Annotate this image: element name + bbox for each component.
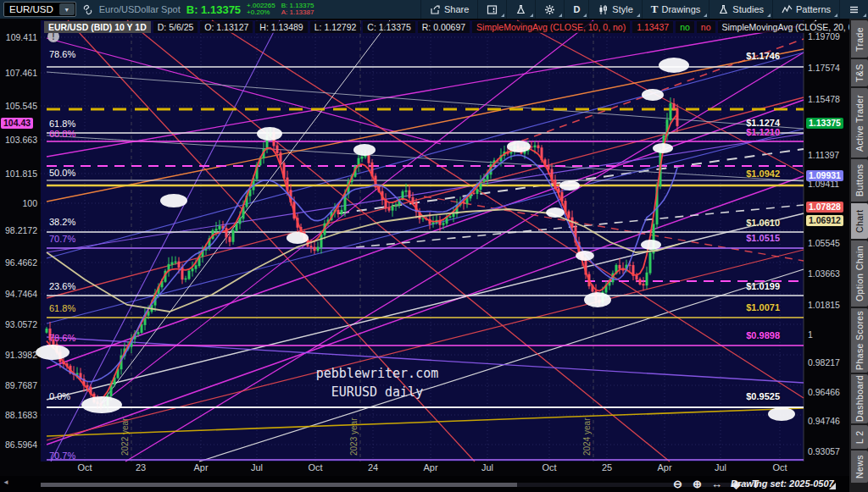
time-axis-label: Oct (772, 462, 787, 473)
price-level-label: $0.9898 (746, 330, 780, 340)
last-price-bubble-left: 104.43 (1, 118, 33, 129)
scroll-left-arrow-icon[interactable]: ◄ (3, 478, 9, 486)
patterns-label: Patterns (796, 4, 831, 14)
sma10-label: SimpleMovingAvg (CLOSE, 10, 0, no) (472, 21, 630, 33)
right-axis-label: 1.05545 (808, 238, 840, 248)
right-axis-label: 1 (808, 329, 813, 340)
sidebar-tab-dashboard[interactable]: Dashboard (851, 374, 868, 423)
candle-style-icon (598, 4, 609, 15)
studies-button[interactable]: Studies (709, 0, 772, 19)
timeframe-label: D (573, 4, 580, 14)
svg-text:2022 year: 2022 year (120, 417, 130, 456)
quick-study-button[interactable] (506, 0, 535, 19)
fib-level-label: 61.8% (49, 303, 75, 313)
right-axis-label: 1.11397 (808, 150, 839, 160)
fib-level-label: 78.6% (49, 49, 75, 59)
left-axis-label: 105.545 (0, 101, 37, 111)
left-axis-label: 94.7464 (0, 289, 37, 299)
patterns-button[interactable]: Patterns (772, 0, 839, 19)
right-axis-label: 0.94746 (808, 416, 840, 426)
top-toolbar: EUR/USD ▼ Euro/USDollar Spot B: 1.13375 … (0, 0, 868, 20)
time-axis-label: Apr (193, 462, 208, 473)
time-axis-label: Oct (542, 462, 556, 473)
price-bubble: 1.06912 (806, 215, 843, 226)
toolbar-menu-button[interactable] (839, 0, 868, 19)
gear-icon (544, 4, 555, 15)
price-level-label: $1.0071 (746, 302, 780, 312)
pan-horizontal-icon[interactable]: ↔ (710, 477, 723, 491)
drawings-button[interactable]: T Drawings (642, 0, 709, 19)
sidebar-tab-active-trader[interactable]: Active Trader (851, 88, 868, 158)
left-axis-label: 107.461 (0, 68, 37, 78)
left-axis-label: 91.3982 (0, 350, 37, 360)
right-axis-label: 0.98217 (808, 357, 840, 368)
timeframe-button[interactable]: D (564, 0, 588, 19)
chart-title: EUR/USD (BID) 10 Y 1D (44, 21, 151, 33)
ohlc-high: H: 1.13489 (255, 21, 307, 33)
left-axis-label: 103.663 (0, 135, 37, 145)
price-change-pct: +0.20% (247, 9, 275, 16)
hamburger-menu-icon (849, 4, 860, 15)
sidebar-tab-t-s[interactable]: T&S (851, 59, 868, 86)
time-axis-label: 23 (136, 462, 146, 473)
time-axis-label: 25 (602, 462, 612, 473)
patterns-icon (782, 4, 793, 15)
events-button[interactable] (477, 0, 506, 19)
time-axis-label: 24 (368, 462, 378, 473)
sma10-value: 1.13437 (632, 21, 673, 33)
chart-scrollbar-thumb[interactable] (41, 483, 517, 487)
svg-text:2024 year: 2024 year (582, 417, 592, 456)
time-axis-label: Jul (481, 462, 493, 473)
chart-panel[interactable]: 2022 year2023 year2024 year! EUR/USD (BI… (0, 19, 849, 492)
symbol-dropdown-button[interactable]: ▼ (59, 3, 75, 15)
ohlc-header: EUR/USD (BID) 10 Y 1D D: 5/6/25 O: 1.131… (44, 21, 868, 33)
left-axis-label: 86.5964 (0, 439, 37, 450)
price-plot[interactable]: 2022 year2023 year2024 year! (0, 19, 849, 476)
sidebar-tab-l-2[interactable]: L 2 (851, 425, 868, 449)
resize-handle-icon[interactable] (829, 483, 836, 489)
left-axis-label: 100 (0, 198, 37, 208)
ohlc-low: L: 1.12792 (310, 21, 361, 33)
time-axis-label: Oct (77, 462, 92, 473)
symbol-selector[interactable]: EUR/USD ▼ (3, 2, 76, 17)
symbol-description: Euro/USDollar Spot (99, 4, 181, 14)
svg-text:!: ! (52, 32, 54, 41)
price-level-label: $1.1746 (746, 51, 780, 61)
zoom-in-icon[interactable]: ⊕ (691, 477, 704, 491)
sidebar-tab-trade[interactable]: Trade (851, 20, 868, 58)
fib-level-label: 61.8% (49, 119, 75, 129)
ask-small: A: 1.13387 (281, 9, 314, 16)
time-axis-label: Jul (715, 462, 726, 473)
left-axis-label: 96.4662 (0, 257, 37, 268)
price-level-label: $1.0942 (746, 169, 780, 179)
zoom-out-icon[interactable]: ⊖ (671, 477, 684, 491)
share-button[interactable]: Share (420, 0, 477, 19)
link-icon[interactable] (82, 4, 93, 15)
fib-level-label: 38.2% (49, 217, 75, 227)
price-level-label: $1.1210 (746, 127, 780, 137)
price-level-label: $0.9525 (746, 391, 780, 401)
fib-level-label: 70.7% (49, 451, 75, 461)
sma-flag-a: no (676, 21, 694, 33)
calendar-alert-icon (487, 4, 498, 15)
symbol-input[interactable]: EUR/USD (4, 4, 58, 14)
sma20-label: SimpleMovingAvg (CLOSE, 20, 0, no) (718, 21, 868, 33)
settings-button[interactable] (535, 0, 564, 19)
sidebar-tab-option-chain[interactable]: Option Chain (851, 240, 868, 307)
right-axis-label: 1.15478 (808, 94, 840, 104)
left-axis-label: 98.2172 (0, 225, 37, 235)
right-axis-label: 1.01815 (808, 300, 840, 310)
style-button[interactable]: Style (588, 0, 641, 19)
fib-level-label: 50.0% (49, 168, 75, 178)
sidebar-tab-chart[interactable]: Chart (851, 203, 868, 239)
right-axis-label: 1.17574 (808, 63, 840, 73)
left-axis-label: 88.1683 (0, 410, 37, 420)
price-bubble: 1.07828 (806, 202, 843, 213)
left-axis-label: 93.0572 (0, 319, 37, 329)
sidebar-tab-buttons[interactable]: Buttons (851, 159, 868, 202)
chart-watermark: pebblewriter.com EURUSD daily (271, 364, 483, 401)
fib-level-label: 78.6% (49, 333, 75, 343)
watermark-desc: EURUSD daily (271, 383, 483, 401)
sidebar-tab-phase-scores[interactable]: Phase Scores (851, 308, 868, 373)
sidebar-tab-news[interactable]: News (851, 451, 868, 483)
